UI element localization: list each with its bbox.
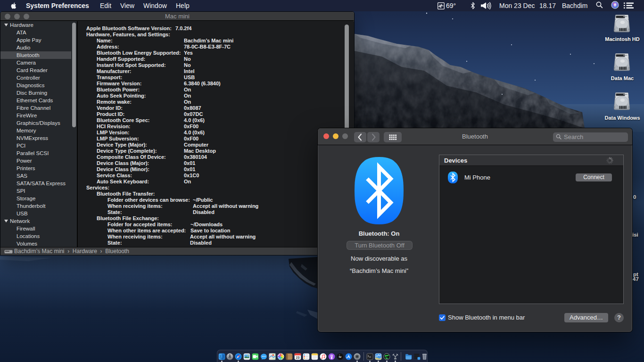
svg-text:23: 23 — [296, 356, 299, 360]
svg-text:tv: tv — [339, 355, 341, 358]
